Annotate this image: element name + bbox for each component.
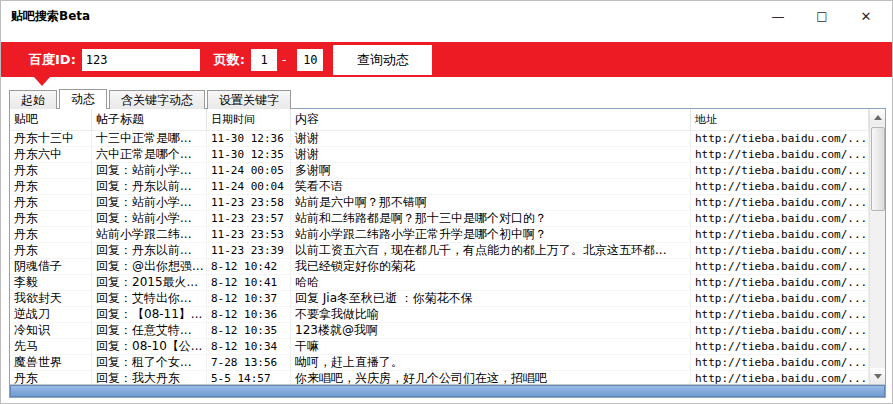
table-row[interactable]: 丹东六中六中正常是哪个...11-30 12:35谢谢http://tieba.… [10,147,869,163]
page-to-input[interactable] [297,49,323,71]
cell-url: http://tieba.baidu.com/... [691,243,869,259]
cell-content: 干嘛 [291,339,691,355]
cell-title: 回复：【08-11】... [92,307,207,323]
tab-set-keywords[interactable]: 设置关键字 [207,90,291,109]
cell-bar: 丹东 [10,163,92,179]
cell-content: 站前小学跟二纬路小学正常升学是哪个初中啊？ [291,227,691,243]
cell-datetime: 8-12 10:41 [207,275,291,291]
table-row[interactable]: 李毅回复：2015最火...8-12 10:41哈哈http://tieba.b… [10,275,869,291]
cell-title: 回复：丹东以前... [92,243,207,259]
cell-title: 回复：站前小学... [92,163,207,179]
tab-dynamics[interactable]: 动态 [59,89,107,109]
cell-url: http://tieba.baidu.com/... [691,259,869,275]
cell-content: 笑看不语 [291,179,691,195]
cell-bar: 丹东十三中 [10,131,92,147]
page-from-input[interactable] [251,49,277,71]
vertical-scrollbar[interactable] [869,109,885,384]
cell-title: 回复：丹东以前... [92,179,207,195]
horizontal-scrollbar[interactable] [10,384,885,397]
cell-url: http://tieba.baidu.com/... [691,307,869,323]
query-toolbar: 百度ID: 页数: - 查询动态 [1,42,892,77]
cell-url: http://tieba.baidu.com/... [691,323,869,339]
cell-url: http://tieba.baidu.com/... [691,147,869,163]
table-row[interactable]: 丹东回复：站前小学...11-23 23:58站前是六中啊？那不错啊http:/… [10,195,869,211]
table-row[interactable]: 丹东回复：站前小学...11-23 23:57站前和二纬路都是啊？那十三中是哪个… [10,211,869,227]
scroll-up-button[interactable] [870,109,885,125]
cell-content: 回复 Jia冬至秋已逝 ：你菊花不保 [291,291,691,307]
cell-title: 六中正常是哪个... [92,147,207,163]
cell-content: 呦呵，赶上直播了。 [291,355,691,371]
cell-datetime: 11-24 00:05 [207,163,291,179]
results-table: 贴吧 帖子标题 日期时间 内容 地址 丹东十三中十三中正常是哪...11-30 … [9,108,886,398]
cell-datetime: 7-28 13:56 [207,355,291,371]
cell-datetime: 11-23 23:53 [207,227,291,243]
cell-datetime: 8-12 10:35 [207,323,291,339]
cell-datetime: 11-23 23:58 [207,195,291,211]
cell-bar: 冷知识 [10,323,92,339]
table-row[interactable]: 丹东回复：丹东以前...11-24 00:04笑看不语http://tieba.… [10,179,869,195]
table-row[interactable]: 丹东回复：我大丹东5-5 14:57你来唱吧，兴庆房，好几个公司们在这，招唱吧h… [10,371,869,384]
cell-title: 十三中正常是哪... [92,131,207,147]
cell-url: http://tieba.baidu.com/... [691,291,869,307]
cell-content: 不要拿我做比喻 [291,307,691,323]
column-header-content[interactable]: 内容 [291,109,691,131]
cell-url: http://tieba.baidu.com/... [691,131,869,147]
cell-title: 回复：租了个女... [92,355,207,371]
cell-content: 站前是六中啊？那不错啊 [291,195,691,211]
vertical-scroll-thumb[interactable] [871,127,885,211]
cell-title: 站前小学跟二纬... [92,227,207,243]
cell-title: 回复：任意艾特... [92,323,207,339]
tab-strip: 起始 动态 含关键字动态 设置关键字 [9,89,293,109]
cell-bar: 逆战刀 [10,307,92,323]
horizontal-scroll-thumb[interactable] [10,385,885,397]
cell-title: 回复：08-10【公... [92,339,207,355]
table-row[interactable]: 冷知识回复：任意艾特...8-12 10:35123楼就@我啊http://ti… [10,323,869,339]
cell-bar: 丹东 [10,195,92,211]
table-row[interactable]: 丹东十三中十三中正常是哪...11-30 12:36谢谢http://tieba… [10,131,869,147]
cell-url: http://tieba.baidu.com/... [691,211,869,227]
table-content: 贴吧 帖子标题 日期时间 内容 地址 丹东十三中十三中正常是哪...11-30 … [10,109,885,384]
cell-bar: 李毅 [10,275,92,291]
scroll-down-button[interactable] [870,368,885,384]
cell-content: 以前工资五六百，现在都几千，有点能力的都上万了。北京这五环都... [291,243,691,259]
query-dynamics-button[interactable]: 查询动态 [333,45,432,75]
minimize-button[interactable]: — [756,1,800,31]
cell-title: 回复：站前小学... [92,211,207,227]
maximize-button[interactable]: □ [800,1,844,31]
baidu-id-input[interactable] [82,49,200,71]
page-range-separator: - [282,53,286,67]
tab-keyword-dynamics[interactable]: 含关键字动态 [109,90,205,109]
close-button[interactable]: ✕ [844,1,888,31]
tab-start[interactable]: 起始 [9,90,57,109]
cell-url: http://tieba.baidu.com/... [691,275,869,291]
cell-content: 你来唱吧，兴庆房，好几个公司们在这，招唱吧 [291,371,691,384]
cell-bar: 先马 [10,339,92,355]
column-header-bar[interactable]: 贴吧 [10,109,92,131]
column-header-url[interactable]: 地址 [691,109,869,131]
table-row[interactable]: 丹东回复：丹东以前...11-23 23:39以前工资五六百，现在都几千，有点能… [10,243,869,259]
cell-datetime: 11-24 00:04 [207,179,291,195]
cell-url: http://tieba.baidu.com/... [691,355,869,371]
cell-content: 我已经锁定好你的菊花 [291,259,691,275]
table-row[interactable]: 丹东回复：站前小学...11-24 00:05多谢啊http://tieba.b… [10,163,869,179]
table-grid: 贴吧 帖子标题 日期时间 内容 地址 丹东十三中十三中正常是哪...11-30 … [10,109,869,384]
cell-bar: 阴魂借子 [10,259,92,275]
cell-url: http://tieba.baidu.com/... [691,371,869,384]
cell-url: http://tieba.baidu.com/... [691,227,869,243]
column-header-datetime[interactable]: 日期时间 [207,109,291,131]
table-row[interactable]: 先马回复：08-10【公...8-12 10:34干嘛http://tieba.… [10,339,869,355]
cell-title: 回复：艾特出你... [92,291,207,307]
table-row[interactable]: 阴魂借子回复：@出你想强...8-12 10:42我已经锁定好你的菊花http:… [10,259,869,275]
table-row[interactable]: 逆战刀回复：【08-11】...8-12 10:36不要拿我做比喻http://… [10,307,869,323]
table-row[interactable]: 魔兽世界回复：租了个女...7-28 13:56呦呵，赶上直播了。http://… [10,355,869,371]
table-row[interactable]: 我欲封天回复：艾特出你...8-12 10:37回复 Jia冬至秋已逝 ：你菊花… [10,291,869,307]
baidu-id-label: 百度ID: [29,51,76,69]
column-header-title[interactable]: 帖子标题 [92,109,207,131]
cell-datetime: 8-12 10:36 [207,307,291,323]
cell-url: http://tieba.baidu.com/... [691,179,869,195]
down-arrow-icon [874,374,882,379]
cell-url: http://tieba.baidu.com/... [691,195,869,211]
table-row[interactable]: 丹东站前小学跟二纬...11-23 23:53站前小学跟二纬路小学正常升学是哪个… [10,227,869,243]
cell-datetime: 8-12 10:42 [207,259,291,275]
cell-bar: 魔兽世界 [10,355,92,371]
